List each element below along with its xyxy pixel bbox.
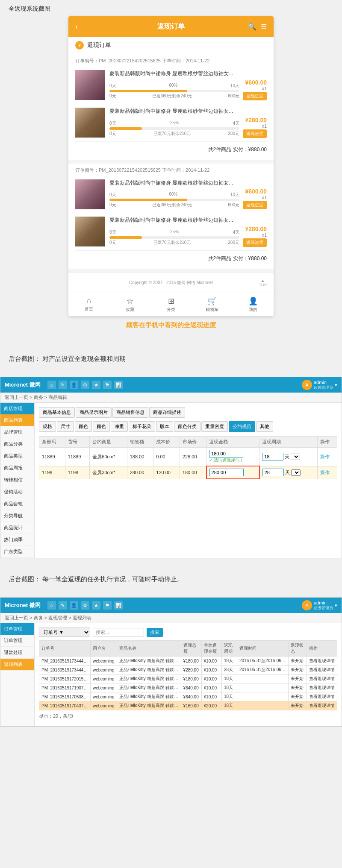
admin2-settings-icon[interactable]: ⚙: [81, 601, 89, 610]
order1-product1-btn[interactable]: 返现进度: [243, 92, 267, 100]
sidebar-item-category[interactable]: 商品分类: [0, 438, 34, 450]
order2-product2-btn[interactable]: 返现进度: [243, 238, 267, 247]
order2-product2-info: 夏装新品韩版时尚中裙修身 显瘦欧根纱蕾丝边短袖女... 0天 25% 4天: [109, 217, 267, 247]
row2-period-input[interactable]: [262, 469, 284, 476]
sidebar2-item-order[interactable]: 订单管理: [0, 635, 34, 647]
star-icon: ☆: [109, 296, 150, 306]
admin1-home-icon[interactable]: ⌂: [47, 381, 56, 389]
col-name: 公约商量: [90, 437, 127, 448]
top-button[interactable]: ▲ TOP: [259, 279, 267, 287]
admin1-star-icon[interactable]: ★: [92, 381, 100, 389]
sidebar-item-nav[interactable]: 分类导航: [0, 510, 34, 522]
subtab-other[interactable]: 其他: [256, 421, 273, 432]
search-icon[interactable]: 🔍: [248, 23, 256, 31]
col-price: 销售额: [127, 437, 153, 448]
subtab-color3[interactable]: 颜色分类: [174, 421, 200, 432]
admin2-flag-icon[interactable]: ⚑: [103, 601, 112, 610]
row2-price: 280.00: [127, 466, 153, 479]
sidebar-item-brand[interactable]: 品牌管理: [0, 426, 34, 438]
admin1-settings-icon[interactable]: ⚙: [81, 381, 89, 389]
subtab-convention[interactable]: 公约规范: [229, 421, 255, 432]
sidebar2-item-refund[interactable]: 退款处理: [0, 647, 34, 659]
menu-icon[interactable]: ☰: [261, 23, 267, 31]
admin2-dropdown-icon[interactable]: ▾: [335, 603, 337, 608]
order1-product2-btn[interactable]: 返现进度: [243, 129, 267, 138]
r3-order: PM_20160519172015415111: [39, 674, 91, 683]
subtab-size[interactable]: 尺寸: [57, 421, 74, 432]
row1-cashback-input[interactable]: [209, 450, 243, 457]
admin2-chart-icon[interactable]: 📊: [114, 601, 123, 610]
back-button[interactable]: ‹: [75, 22, 78, 31]
order1-product1-price: ¥600.00: [243, 79, 267, 86]
sidebar-item-popular[interactable]: 热门购季: [0, 534, 34, 546]
admin1-logo: Micronet 微网: [5, 381, 41, 389]
tab-display-image[interactable]: 商品显示图片: [76, 407, 112, 418]
admin2-search-input[interactable]: [93, 628, 144, 636]
subtab-color2[interactable]: 颜色: [93, 421, 110, 432]
subtab-weight[interactable]: 净重: [111, 421, 128, 432]
sidebar-item-rotate[interactable]: 转转相信: [0, 474, 34, 486]
table-row: 1198 1198 金属30cm* 280.00 120.00 180.00: [39, 466, 337, 479]
tab-basic-info[interactable]: 商品基本信息: [39, 407, 75, 418]
progress1-end-label: 10天: [230, 83, 239, 89]
order2-product1-btn[interactable]: 返现进度: [243, 201, 267, 209]
nav-profile[interactable]: 👤 我的: [233, 296, 274, 313]
admin1-sub-tabs: 规格 尺寸 颜色 颜色 净重 标子花朵 版本 颜色分类 重量密度 公约规范 其他: [39, 421, 337, 432]
sidebar-item-report[interactable]: 商品周报: [0, 462, 34, 474]
r5-period: 18天: [222, 692, 237, 701]
row2-action[interactable]: 操作: [317, 466, 337, 479]
r2-action[interactable]: 查看返现详情: [307, 666, 337, 674]
subtab-version[interactable]: 版本: [156, 421, 173, 432]
row2-cashback-input[interactable]: [209, 469, 244, 476]
tab-detail-desc[interactable]: 商品详细描述: [149, 407, 185, 418]
row1-period-select[interactable]: [291, 454, 300, 460]
admin1-flag-icon[interactable]: ⚑: [103, 381, 112, 389]
nav-home[interactable]: ⌂ 首页: [68, 296, 109, 313]
nav-categories[interactable]: ⊞ 分类: [150, 296, 192, 313]
admin1-user-icon[interactable]: 👤: [70, 381, 78, 389]
r4-action[interactable]: 查看返现详情: [307, 683, 337, 692]
rcol-user: 用户名: [91, 641, 117, 657]
r6-action[interactable]: 查看返现详情: [307, 701, 337, 710]
admin2-edit-icon[interactable]: ✎: [59, 601, 67, 610]
nav-cart[interactable]: 🛒 购物车: [192, 296, 233, 313]
admin1-edit-icon[interactable]: ✎: [59, 381, 67, 389]
sidebar-item-gd[interactable]: 广东类型: [0, 546, 34, 558]
row1-period-input[interactable]: [262, 453, 283, 460]
admin2-search-dropdown[interactable]: 订单号 ▼: [39, 628, 90, 637]
admin2-star-icon[interactable]: ★: [92, 601, 100, 610]
sidebar2-item-cashback[interactable]: 返现列表: [0, 659, 34, 671]
subtab-density[interactable]: 重量密度: [201, 421, 228, 432]
admin2-user-icon[interactable]: 👤: [70, 601, 78, 610]
row1-action[interactable]: 操作: [317, 448, 337, 466]
sidebar-item-bundle[interactable]: 商品套笔: [0, 498, 34, 510]
admin2-home-icon[interactable]: ⌂: [47, 601, 56, 610]
subtab-color1[interactable]: 颜色: [75, 421, 92, 432]
subtab-spec[interactable]: 规格: [39, 421, 56, 432]
r3-time: [237, 674, 288, 683]
admin1-dropdown-icon[interactable]: ▾: [335, 382, 337, 388]
nav-favorites[interactable]: ☆ 收藏: [109, 296, 150, 313]
order1-product1-image: [75, 70, 105, 100]
o2p2-fill: [109, 236, 142, 239]
mobile-bottom-nav: ⌂ 首页 ☆ 收藏 ⊞ 分类 🛒 购物车 👤 我的: [68, 293, 274, 316]
subtab-tag[interactable]: 标子花朵: [129, 421, 155, 432]
mobile-section: ‹ 返现订单 🔍 ☰ ¥ 返现订单 订单编号：PM_20130722154202…: [0, 16, 342, 316]
r5-action[interactable]: 查看返现详情: [307, 692, 337, 701]
row2-name: 金属30cm*: [90, 466, 127, 479]
section1-title: 全返现系统截图: [0, 0, 342, 16]
r1-action[interactable]: 查看返现详情: [307, 657, 337, 666]
sidebar-item-stats[interactable]: 商品统计: [0, 522, 34, 534]
r3-action[interactable]: 查看返现详情: [307, 674, 337, 683]
row1-period-cell: 天: [259, 448, 318, 466]
row1-name: 金属60cm*: [90, 448, 127, 466]
sidebar-item-type[interactable]: 商品类型: [0, 450, 34, 462]
order1-meta: 订单编号：PM_20130722154202515625 下单时间：2014-1…: [75, 54, 267, 67]
tab-sale-info[interactable]: 商品销售信息: [112, 407, 148, 418]
admin1-chart-icon[interactable]: 📊: [114, 381, 123, 389]
order1-product2-qty: x1: [243, 123, 267, 129]
sidebar-item-product-list[interactable]: 商品列表: [0, 414, 34, 426]
admin2-search-button[interactable]: 搜索: [147, 628, 163, 637]
sidebar-item-promo[interactable]: 促销活动: [0, 486, 34, 498]
row2-period-select[interactable]: [291, 469, 301, 476]
